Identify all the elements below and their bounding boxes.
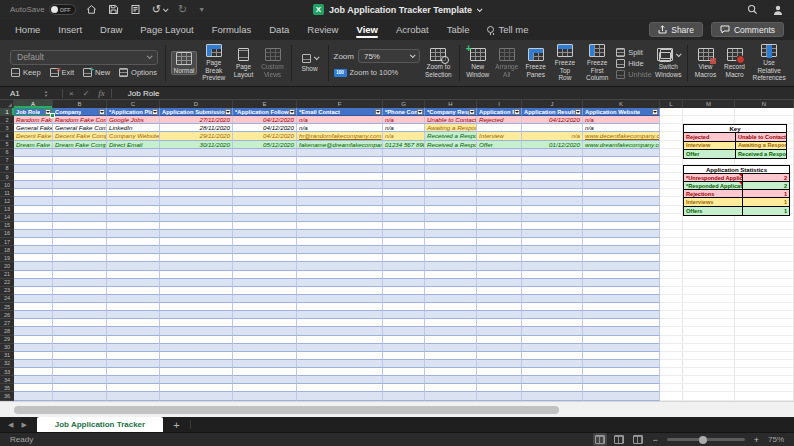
cell-F14[interactable] xyxy=(297,214,383,222)
cell-L14[interactable] xyxy=(660,214,683,222)
custom-views-button[interactable]: Custom Views xyxy=(260,47,286,79)
cell-A26[interactable] xyxy=(14,311,53,319)
tab-home[interactable]: Home xyxy=(6,19,49,40)
cell-L12[interactable] xyxy=(660,197,683,205)
cell-B27[interactable] xyxy=(53,319,107,327)
zoom-in-button[interactable]: + xyxy=(754,435,759,445)
row-header-33[interactable]: 33 xyxy=(0,368,14,376)
cell-F23[interactable] xyxy=(297,287,383,295)
cell-D16[interactable] xyxy=(160,230,233,238)
application-statistics-table-cell[interactable]: Rejections xyxy=(684,190,743,198)
cell-D32[interactable] xyxy=(160,360,233,368)
cell-K3[interactable]: n/a xyxy=(583,124,660,132)
application-statistics-table-cell[interactable]: 2 xyxy=(743,182,789,190)
cell-G32[interactable] xyxy=(383,360,425,368)
cell-N19[interactable] xyxy=(735,254,794,262)
column-header-M[interactable]: M xyxy=(683,100,735,108)
cell-H25[interactable] xyxy=(425,303,477,311)
cell-A33[interactable] xyxy=(14,368,53,376)
row-header-35[interactable]: 35 xyxy=(0,384,14,392)
cell-N36[interactable] xyxy=(735,392,794,400)
cell-J35[interactable] xyxy=(522,384,583,392)
cell-G33[interactable] xyxy=(383,368,425,376)
cell-L11[interactable] xyxy=(660,189,683,197)
cell-C24[interactable] xyxy=(107,295,160,303)
name-box-spinner[interactable]: ▲▼ xyxy=(44,90,48,97)
cell-M24[interactable] xyxy=(683,295,735,303)
cell-K23[interactable] xyxy=(583,287,660,295)
cell-A35[interactable] xyxy=(14,384,53,392)
cell-C13[interactable] xyxy=(107,206,160,214)
filter-button[interactable] xyxy=(225,109,231,115)
cell-G24[interactable] xyxy=(383,295,425,303)
cell-I27[interactable] xyxy=(477,319,522,327)
search-icon[interactable] xyxy=(747,4,758,15)
cell-G16[interactable] xyxy=(383,230,425,238)
row-header-17[interactable]: 17 xyxy=(0,238,14,246)
cell-L24[interactable] xyxy=(660,295,683,303)
new-window-button[interactable]: New Window xyxy=(465,47,491,79)
cell-A10[interactable] xyxy=(14,181,53,189)
cell-A25[interactable] xyxy=(14,303,53,311)
cell-A19[interactable] xyxy=(14,254,53,262)
cell-D30[interactable] xyxy=(160,344,233,352)
arrange-all-button[interactable]: Arrange All xyxy=(494,47,520,79)
cell-J36[interactable] xyxy=(522,392,583,400)
cell-B18[interactable] xyxy=(53,246,107,254)
cell-L34[interactable] xyxy=(660,376,683,384)
filter-button[interactable] xyxy=(652,109,658,115)
cell-B13[interactable] xyxy=(53,206,107,214)
cell-L25[interactable] xyxy=(660,303,683,311)
row-header-26[interactable]: 26 xyxy=(0,311,14,319)
cell-M28[interactable] xyxy=(683,327,735,335)
cell-A14[interactable] xyxy=(14,214,53,222)
cell-G11[interactable] xyxy=(383,189,425,197)
share-button[interactable]: Share xyxy=(649,22,703,37)
sheet-view-dropdown[interactable]: Default xyxy=(10,50,158,65)
cell-M16[interactable] xyxy=(683,230,735,238)
cell-F1[interactable]: *Email Contact xyxy=(297,108,383,116)
cell-C12[interactable] xyxy=(107,197,160,205)
cell-I3[interactable] xyxy=(477,124,522,132)
cell-A18[interactable] xyxy=(14,246,53,254)
key-table-cell[interactable]: Interview xyxy=(684,142,736,150)
cell-L3[interactable] xyxy=(660,124,683,132)
cell-L21[interactable] xyxy=(660,271,683,279)
cell-F4[interactable]: hr@randomfakecompany.com xyxy=(297,132,383,140)
cell-M33[interactable] xyxy=(683,368,735,376)
zoom-to-selection-button[interactable]: Zoom to Selection xyxy=(423,47,454,79)
cell-F21[interactable] xyxy=(297,271,383,279)
application-statistics-table-cell[interactable]: 1 xyxy=(743,198,789,206)
column-header-D[interactable]: D xyxy=(160,100,233,108)
cell-E12[interactable] xyxy=(233,197,297,205)
application-statistics-table-cell[interactable]: 2 xyxy=(743,174,789,182)
add-sheet-button[interactable]: + xyxy=(163,417,189,432)
cell-F18[interactable] xyxy=(297,246,383,254)
cell-E30[interactable] xyxy=(233,344,297,352)
cell-J19[interactable] xyxy=(522,254,583,262)
cell-M27[interactable] xyxy=(683,319,735,327)
cell-K13[interactable] xyxy=(583,206,660,214)
cell-G6[interactable] xyxy=(383,149,425,157)
row-header-7[interactable]: 7 xyxy=(0,157,14,165)
cell-F27[interactable] xyxy=(297,319,383,327)
cell-J7[interactable] xyxy=(522,157,583,165)
cell-J8[interactable] xyxy=(522,165,583,173)
cell-D11[interactable] xyxy=(160,189,233,197)
confirm-icon[interactable]: ✓ xyxy=(83,89,90,98)
filter-button[interactable] xyxy=(152,109,158,115)
new-sheet-view-button[interactable]: New xyxy=(83,68,110,77)
row-header-30[interactable]: 30 xyxy=(0,344,14,352)
cell-G10[interactable] xyxy=(383,181,425,189)
print-icon[interactable] xyxy=(130,4,141,15)
cell-G7[interactable] xyxy=(383,157,425,165)
cell-C36[interactable] xyxy=(107,392,160,400)
cell-B9[interactable] xyxy=(53,173,107,181)
cell-G28[interactable] xyxy=(383,327,425,335)
cell-B20[interactable] xyxy=(53,262,107,270)
cell-C30[interactable] xyxy=(107,344,160,352)
cell-H26[interactable] xyxy=(425,311,477,319)
cell-H29[interactable] xyxy=(425,336,477,344)
cell-J30[interactable] xyxy=(522,344,583,352)
cell-N15[interactable] xyxy=(735,222,794,230)
